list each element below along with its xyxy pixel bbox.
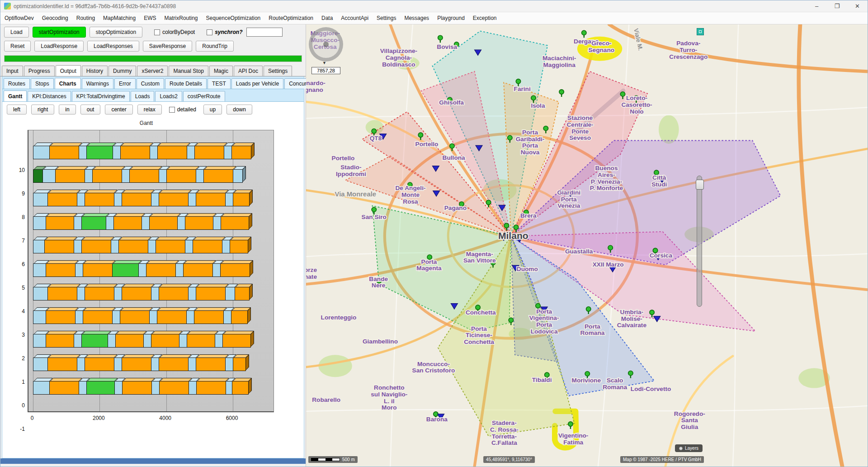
menu-item-routing[interactable]: Routing bbox=[72, 12, 99, 24]
tab-dummy[interactable]: Dummy bbox=[108, 66, 136, 76]
chart-relax-button[interactable]: relax bbox=[137, 105, 162, 114]
gantt-segment[interactable] bbox=[33, 263, 46, 277]
menu-item-matrixrouting[interactable]: MatrixRouting bbox=[160, 12, 202, 24]
gantt-segment[interactable] bbox=[188, 287, 196, 300]
gantt-segment[interactable] bbox=[111, 240, 119, 253]
menu-item-optiflowdev[interactable]: OptiflowDev bbox=[0, 12, 38, 24]
gantt-segment[interactable] bbox=[47, 287, 77, 300]
gantt-segment[interactable] bbox=[159, 357, 189, 371]
gantt-segment[interactable] bbox=[189, 381, 197, 395]
gantt-segment[interactable] bbox=[220, 263, 250, 277]
gantt-segment[interactable] bbox=[225, 287, 235, 300]
gantt-segment[interactable] bbox=[75, 310, 83, 324]
gantt-segment[interactable] bbox=[81, 216, 106, 230]
gantt-segment[interactable] bbox=[166, 169, 196, 183]
gantt-segment[interactable] bbox=[157, 146, 187, 159]
map-zoom-slider[interactable] bbox=[697, 176, 702, 307]
gantt-segment[interactable] bbox=[79, 146, 87, 159]
menu-item-exception[interactable]: Exception bbox=[469, 12, 501, 24]
gantt-segment[interactable] bbox=[223, 310, 231, 324]
gantt-segment[interactable] bbox=[143, 334, 151, 348]
map[interactable]: Maggiore-Musocco-Certosaonardo-gnanoVill… bbox=[306, 24, 868, 467]
compass-arrow-icon[interactable]: ▼ bbox=[322, 61, 326, 65]
gantt-segment[interactable] bbox=[122, 193, 151, 206]
gantt-segment[interactable] bbox=[159, 193, 189, 206]
gantt-segment[interactable] bbox=[177, 216, 185, 230]
gantt-segment[interactable] bbox=[118, 240, 148, 253]
tab-manual-stop[interactable]: Manual Stop bbox=[169, 66, 208, 76]
tab-warnings[interactable]: Warnings bbox=[82, 78, 113, 89]
gantt-segment[interactable] bbox=[185, 216, 213, 230]
gantt-segment[interactable] bbox=[187, 146, 195, 159]
loadresponses-button[interactable]: LoadResponses bbox=[87, 41, 139, 52]
gantt-segment[interactable] bbox=[196, 193, 226, 206]
tab-loads-per-vehicle[interactable]: Loads per Vehicle bbox=[231, 78, 283, 89]
tab-kpi-totaldrivingtime[interactable]: KPI:TotalDrivingtime bbox=[72, 91, 130, 101]
gantt-segment[interactable] bbox=[224, 146, 232, 159]
gantt-segment[interactable] bbox=[194, 310, 224, 324]
tab-input[interactable]: Input bbox=[2, 66, 23, 76]
gantt-segment[interactable] bbox=[114, 287, 122, 300]
synchron-checkbox[interactable] bbox=[207, 29, 212, 35]
gantt-segment[interactable] bbox=[225, 357, 233, 371]
gantt-segment[interactable] bbox=[74, 240, 82, 253]
gantt-segment[interactable] bbox=[235, 287, 250, 300]
tab-routes[interactable]: Routes bbox=[4, 78, 30, 89]
gantt-segment[interactable] bbox=[142, 216, 150, 230]
menu-item-ews[interactable]: EWS bbox=[140, 12, 160, 24]
gantt-segment[interactable] bbox=[193, 240, 222, 253]
gantt-segment[interactable] bbox=[226, 381, 232, 395]
gantt-segment[interactable] bbox=[213, 216, 221, 230]
gantt-segment[interactable] bbox=[231, 310, 248, 324]
gantt-segment[interactable] bbox=[114, 357, 122, 371]
gantt-segment[interactable] bbox=[187, 334, 215, 348]
chart-right-button[interactable]: right bbox=[31, 105, 54, 114]
tab-loads[interactable]: Loads bbox=[131, 91, 155, 101]
gantt-segment[interactable] bbox=[215, 334, 223, 348]
tab-xserver2[interactable]: xServer2 bbox=[137, 66, 168, 76]
gantt-segment[interactable] bbox=[183, 263, 213, 277]
gantt-segment[interactable] bbox=[42, 169, 56, 183]
tab-loads2[interactable]: Loads2 bbox=[155, 91, 182, 101]
gantt-segment[interactable] bbox=[148, 240, 156, 253]
gantt-segment[interactable] bbox=[115, 334, 144, 348]
gantt-segment[interactable] bbox=[33, 357, 48, 371]
tab-test[interactable]: TEST bbox=[208, 78, 231, 89]
gantt-segment[interactable] bbox=[85, 193, 114, 206]
gantt-segment[interactable] bbox=[74, 216, 82, 230]
gantt-segment[interactable] bbox=[222, 334, 251, 348]
gantt-segment[interactable] bbox=[175, 263, 184, 277]
load-button[interactable]: Load bbox=[4, 27, 29, 38]
gantt-segment[interactable] bbox=[46, 334, 74, 348]
gantt-segment[interactable] bbox=[33, 240, 45, 253]
gantt-segment[interactable] bbox=[157, 310, 187, 324]
gantt-segment[interactable] bbox=[188, 193, 196, 206]
gantt-segment[interactable] bbox=[81, 334, 108, 348]
gantt-segment[interactable] bbox=[188, 357, 196, 371]
tab-progress[interactable]: Progress bbox=[24, 66, 55, 76]
gantt-segment[interactable] bbox=[46, 216, 74, 230]
gantt-segment[interactable] bbox=[77, 287, 85, 300]
gantt-segment[interactable] bbox=[86, 381, 115, 395]
gantt-segment[interactable] bbox=[114, 381, 123, 395]
gantt-segment[interactable] bbox=[77, 193, 85, 206]
gantt-segment[interactable] bbox=[122, 287, 151, 300]
gantt-segment[interactable] bbox=[92, 169, 122, 183]
gantt-segment[interactable] bbox=[151, 357, 159, 371]
gantt-segment[interactable] bbox=[151, 381, 160, 395]
gantt-segment[interactable] bbox=[75, 263, 83, 277]
tab-custom[interactable]: Custom bbox=[137, 78, 164, 89]
gantt-segment[interactable] bbox=[233, 169, 243, 183]
gantt-segment[interactable] bbox=[159, 381, 189, 395]
tab-stops[interactable]: Stops bbox=[31, 78, 54, 89]
gantt-segment[interactable] bbox=[47, 193, 77, 206]
gantt-segment[interactable] bbox=[114, 193, 122, 206]
gantt-segment[interactable] bbox=[86, 146, 113, 159]
gantt-segment[interactable] bbox=[186, 310, 194, 324]
gantt-segment[interactable] bbox=[233, 193, 250, 206]
menu-item-playground[interactable]: Playground bbox=[433, 12, 469, 24]
gantt-segment[interactable] bbox=[77, 357, 85, 371]
saveresponse-button[interactable]: SaveResponse bbox=[143, 41, 192, 52]
toolbar-text-input[interactable] bbox=[246, 28, 283, 37]
gantt-segment[interactable] bbox=[112, 263, 139, 277]
